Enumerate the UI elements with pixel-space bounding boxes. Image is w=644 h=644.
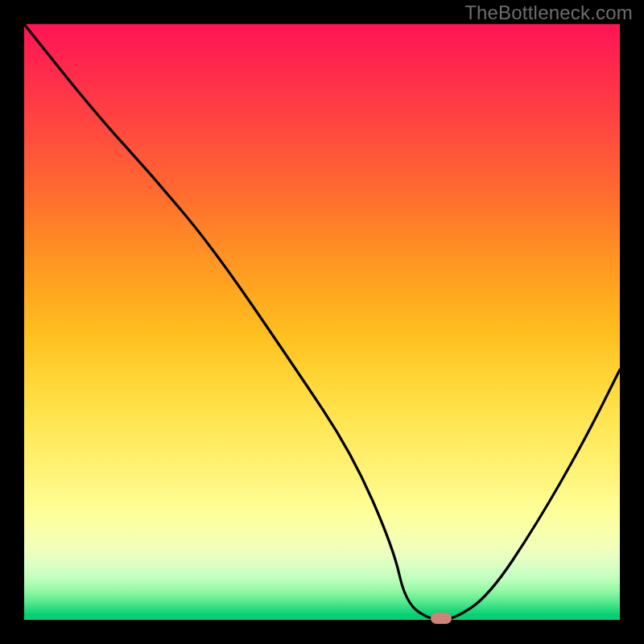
curve-svg <box>24 24 620 620</box>
plot-area <box>24 24 620 620</box>
chart-frame: TheBottleneck.com <box>0 0 644 644</box>
bottleneck-curve-path <box>24 24 620 620</box>
watermark-text: TheBottleneck.com <box>464 2 633 24</box>
optimal-marker <box>431 613 452 624</box>
